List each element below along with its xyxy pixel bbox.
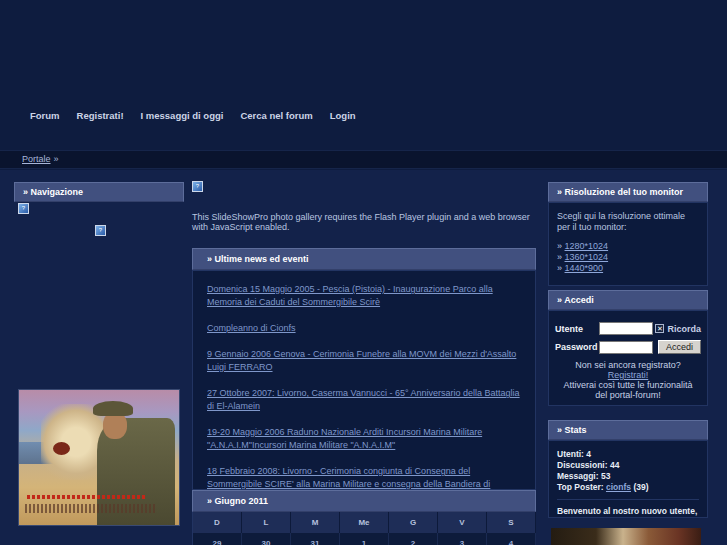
news-link[interactable]: 9 Gennaio 2006 Genova - Cerimonia Funebr… — [207, 348, 521, 374]
register-benefit-line1: Attiverai così tutte le funzionalità — [555, 380, 701, 390]
calendar-day-header-cell: S — [487, 512, 536, 533]
stats-discussions-row: Discussioni: 44 — [557, 460, 699, 471]
painting-caption-scribble — [25, 504, 155, 513]
nav-item-messaggi-di-oggi[interactable]: I messaggi di oggi — [141, 110, 224, 121]
bottom-photo-image — [551, 528, 701, 545]
stats-divider — [557, 499, 699, 500]
news-panel-body: Domenica 15 Maggio 2005 - Pescia (Pistoi… — [192, 270, 536, 490]
calendar-date-cell: 31 — [291, 533, 340, 545]
broken-image-icon: ? — [18, 203, 29, 214]
painting-lion-mouth — [53, 442, 70, 455]
news-link[interactable]: 27 Ottobre 2007: Livorno, Caserma Vannuc… — [207, 387, 521, 413]
stats-top-poster-row: Top Poster: cionfs (39) — [557, 482, 699, 493]
resolution-intro-text: Scegli qui la risoluzione ottimale per i… — [557, 211, 699, 233]
resolution-link-1360[interactable]: 1360*1024 — [565, 252, 609, 262]
calendar-date-cell: 2 — [389, 533, 438, 545]
calendar-date-cell: 1 — [340, 533, 389, 545]
calendar-date-cell: 29 — [193, 533, 242, 545]
sidebar-navigazione-header: » Navigazione — [14, 182, 184, 202]
slideshow-flash-notice: This SlideShowPro photo gallery requires… — [192, 212, 536, 232]
bullet: » — [557, 263, 562, 273]
login-submit-button[interactable]: Accedi — [658, 340, 701, 354]
calendar-date-cell: 3 — [438, 533, 487, 545]
sidebar-navigazione-title: » Navigazione — [23, 187, 83, 197]
stats-discussions-value: 44 — [610, 460, 619, 470]
login-panel-header: » Accedi — [548, 290, 708, 310]
news-link[interactable]: 19-20 Maggio 2006 Raduno Nazionale Ardit… — [207, 426, 521, 452]
news-link[interactable]: Compleanno di Cionfs — [207, 322, 521, 335]
calendar-day-header-cell: G — [389, 512, 438, 533]
calendar-day-header-cell: Me — [340, 512, 389, 533]
not-registered-text: Non sei ancora registrato? — [555, 360, 701, 370]
register-link[interactable]: Registrati! — [608, 370, 649, 380]
calendar-title: » Giugno 2011 — [207, 496, 268, 506]
login-title: » Accedi — [557, 295, 594, 305]
calendar-day-header-cell: V — [438, 512, 487, 533]
breadcrumb: Portale» — [0, 150, 727, 169]
breadcrumb-separator: » — [54, 154, 59, 164]
calendar-date-cell: 30 — [242, 533, 291, 545]
portal-page: Forum Registrati! I messaggi di oggi Cer… — [0, 0, 727, 545]
calendar-date-cell: 4 — [487, 533, 536, 545]
stats-messages-value: 53 — [601, 471, 610, 481]
username-label: Utente — [555, 324, 599, 334]
stats-panel-body: Utenti: 4 Discussioni: 44 Messaggi: 53 T… — [548, 440, 708, 518]
login-user-row: Utente ✕ Ricorda — [555, 322, 701, 335]
top-nav: Forum Registrati! I messaggi di oggi Cer… — [30, 110, 356, 121]
calendar-week-row: 29 30 31 1 2 3 4 — [192, 533, 536, 545]
breadcrumb-portale-link[interactable]: Portale — [22, 154, 51, 164]
calendar-day-header-cell: M — [291, 512, 340, 533]
calendar-day-header-cell: D — [193, 512, 242, 533]
remember-label: Ricorda — [667, 324, 701, 334]
bullet: » — [557, 241, 562, 251]
news-panel-header: » Ultime news ed eventi — [192, 248, 536, 270]
resolution-panel-body: Scegli qui la risoluzione ottimale per i… — [548, 202, 708, 286]
news-link[interactable]: Domenica 15 Maggio 2005 - Pescia (Pistoi… — [207, 283, 521, 309]
nav-item-registrati[interactable]: Registrati! — [77, 110, 124, 121]
calendar-day-header-row: D L M Me G V S — [192, 512, 536, 533]
login-panel-body: Utente ✕ Ricorda Password Accedi Non sei… — [548, 310, 708, 406]
resolution-title: » Risoluzione del tuo monitor — [557, 187, 683, 197]
top-poster-link[interactable]: cionfs — [606, 482, 631, 492]
propaganda-painting-image — [18, 389, 180, 526]
welcome-row: Benvenuto al nostro nuovo utente, MAS96 — [557, 506, 699, 517]
resolution-link-1280[interactable]: 1280*1024 — [565, 241, 609, 251]
news-panel-title: » Ultime news ed eventi — [207, 254, 309, 264]
password-label: Password — [555, 342, 599, 352]
remember-checkbox[interactable]: ✕ — [655, 324, 664, 333]
login-password-row: Password Accedi — [555, 340, 701, 354]
nav-item-login[interactable]: Login — [330, 110, 356, 121]
top-poster-count: (39) — [633, 482, 648, 492]
bullet: » — [557, 252, 562, 262]
broken-image-icon: ? — [192, 181, 203, 192]
stats-users-row: Utenti: 4 — [557, 449, 699, 460]
stats-users-value: 4 — [586, 449, 591, 459]
password-input[interactable] — [599, 341, 653, 354]
remember-group: ✕ Ricorda — [655, 324, 701, 334]
calendar-day-header-cell: L — [242, 512, 291, 533]
broken-image-icon: ? — [95, 225, 106, 236]
resolution-panel-header: » Risoluzione del tuo monitor — [548, 182, 708, 202]
nav-item-forum[interactable]: Forum — [30, 110, 60, 121]
calendar-panel-header: » Giugno 2011 — [192, 490, 536, 512]
username-input[interactable] — [599, 322, 653, 335]
register-prompt: Non sei ancora registrato? Registrati! A… — [555, 360, 701, 400]
painting-soldier-face — [103, 412, 127, 439]
resolution-list: » 1280*1024 » 1360*1024 » 1440*900 — [557, 241, 699, 274]
painting-soldier-cap — [93, 401, 133, 416]
painting-red-caption — [27, 495, 147, 499]
register-benefit-line2: del portal-forum! — [555, 390, 701, 400]
resolution-link-1440[interactable]: 1440*900 — [565, 263, 604, 273]
nav-item-cerca-nel-forum[interactable]: Cerca nel forum — [240, 110, 312, 121]
stats-messages-row: Messaggi: 53 — [557, 471, 699, 482]
stats-title: » Stats — [557, 425, 587, 435]
stats-panel-header: » Stats — [548, 420, 708, 440]
